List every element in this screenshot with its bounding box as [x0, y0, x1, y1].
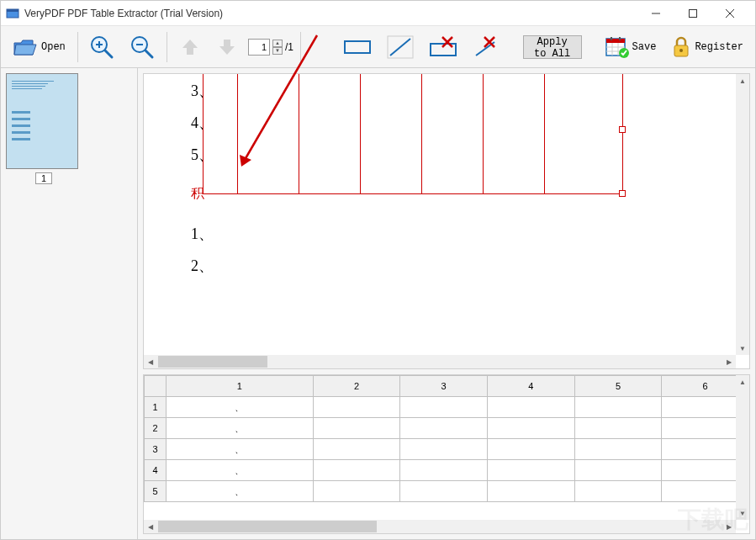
register-label: Register: [695, 41, 743, 53]
row-header[interactable]: 4: [145, 460, 167, 481]
scroll-right-button[interactable]: ▶: [722, 520, 736, 533]
line-delete-icon: [473, 35, 500, 59]
spinner-down[interactable]: ▼: [272, 47, 283, 55]
cell[interactable]: 、: [167, 439, 314, 460]
app-icon: [6, 7, 19, 20]
apply-to-all-button[interactable]: Apply to All: [523, 35, 582, 59]
preview-pane[interactable]: 3、 4、 5、 积 1、 2、: [143, 73, 750, 369]
maximize-button[interactable]: [674, 2, 711, 25]
col-header[interactable]: 2: [313, 376, 400, 397]
cell[interactable]: [487, 418, 574, 439]
cell[interactable]: [574, 460, 662, 481]
cell[interactable]: [574, 418, 662, 439]
data-grid-pane: 1 2 3 4 5 6 1 、 2 、 3 、: [143, 374, 750, 534]
cell[interactable]: [400, 439, 488, 460]
open-label: Open: [41, 41, 66, 53]
cell[interactable]: [487, 439, 574, 460]
cell[interactable]: [487, 460, 574, 481]
col-header[interactable]: 4: [487, 376, 574, 397]
lock-icon: [671, 36, 691, 58]
col-header[interactable]: 3: [400, 376, 488, 397]
row-header[interactable]: 1: [145, 397, 167, 418]
table-row[interactable]: 2 、: [145, 418, 749, 439]
row-header[interactable]: 2: [145, 418, 167, 439]
cell[interactable]: [400, 460, 488, 481]
page-thumbnail[interactable]: 1: [6, 73, 82, 184]
grid-horizontal-scrollbar[interactable]: ◀ ▶: [144, 520, 736, 533]
scroll-left-button[interactable]: ◀: [144, 520, 157, 533]
page-spinner[interactable]: ▲ ▼ /1: [248, 39, 293, 56]
cell[interactable]: [313, 460, 400, 481]
delete-rectangle-button[interactable]: [424, 32, 463, 62]
thumbnail-page-number: 1: [35, 172, 52, 184]
scroll-up-button[interactable]: ▲: [736, 74, 749, 87]
col-header[interactable]: 5: [574, 376, 662, 397]
zoom-out-button[interactable]: [124, 31, 160, 63]
cell[interactable]: 、: [167, 481, 314, 502]
table-row[interactable]: 4 、: [145, 460, 749, 481]
scroll-thumb[interactable]: [158, 521, 377, 532]
delete-line-button[interactable]: [468, 32, 505, 62]
table-row[interactable]: 3 、: [145, 439, 749, 460]
table-region[interactable]: [203, 74, 623, 194]
window-title: VeryPDF PDF Table Extractor (Trial Versi…: [24, 8, 637, 19]
rectangle-delete-icon: [429, 35, 457, 59]
draw-rectangle-button[interactable]: [338, 33, 377, 61]
toolbar: Open ▲ ▼ /1: [1, 26, 755, 68]
cell[interactable]: [313, 397, 400, 418]
scroll-down-button[interactable]: ▼: [736, 341, 749, 355]
draw-line-button[interactable]: [382, 32, 419, 62]
zoom-in-button[interactable]: [84, 31, 119, 63]
line-icon: [387, 35, 414, 59]
cell[interactable]: 、: [167, 460, 314, 481]
preview-vertical-scrollbar[interactable]: ▲ ▼: [736, 74, 749, 355]
cell[interactable]: [400, 397, 488, 418]
resize-handle-e[interactable]: [619, 126, 626, 133]
grid-vertical-scrollbar[interactable]: ▲ ▼: [736, 375, 749, 520]
cell[interactable]: 、: [167, 397, 314, 418]
minimize-button[interactable]: [637, 2, 674, 25]
arrow-up-icon: [179, 36, 201, 58]
grid-corner: [145, 376, 167, 397]
save-button[interactable]: Save: [600, 33, 662, 61]
register-button[interactable]: Register: [666, 33, 748, 61]
col-header[interactable]: 1: [167, 376, 314, 397]
cell[interactable]: [487, 397, 574, 418]
scroll-down-button[interactable]: ▼: [736, 506, 749, 520]
cell[interactable]: [574, 397, 662, 418]
cell[interactable]: 、: [167, 418, 314, 439]
svg-rect-13: [345, 41, 370, 53]
page-total: /1: [285, 41, 293, 53]
close-icon: [726, 9, 734, 18]
maximize-icon: [689, 9, 697, 18]
folder-open-icon: [13, 36, 38, 58]
scroll-thumb[interactable]: [158, 356, 267, 368]
cell[interactable]: [400, 481, 488, 502]
cell[interactable]: [574, 439, 662, 460]
cell[interactable]: [313, 481, 400, 502]
scroll-right-button[interactable]: ▶: [722, 355, 736, 368]
svg-line-11: [145, 50, 152, 57]
previous-page-button: [174, 33, 206, 61]
open-button[interactable]: Open: [8, 33, 71, 61]
spinner-up[interactable]: ▲: [272, 40, 283, 47]
row-header[interactable]: 3: [145, 439, 167, 460]
cell[interactable]: [313, 418, 400, 439]
page-input[interactable]: [248, 39, 270, 56]
cell[interactable]: [400, 418, 488, 439]
scroll-up-button[interactable]: ▲: [736, 375, 749, 389]
svg-rect-23: [606, 39, 625, 43]
row-header[interactable]: 5: [145, 481, 167, 502]
table-row[interactable]: 5 、: [145, 481, 749, 502]
close-button[interactable]: [711, 2, 748, 25]
row-label: 1、: [191, 224, 214, 244]
preview-horizontal-scrollbar[interactable]: ◀ ▶: [144, 355, 736, 368]
arrow-down-icon: [216, 36, 238, 58]
scroll-left-button[interactable]: ◀: [144, 355, 157, 368]
cell[interactable]: [487, 481, 574, 502]
resize-handle-se[interactable]: [619, 190, 626, 197]
table-row[interactable]: 1 、: [145, 397, 749, 418]
data-grid[interactable]: 1 2 3 4 5 6 1 、 2 、 3 、: [144, 375, 749, 502]
cell[interactable]: [574, 481, 662, 502]
cell[interactable]: [313, 439, 400, 460]
